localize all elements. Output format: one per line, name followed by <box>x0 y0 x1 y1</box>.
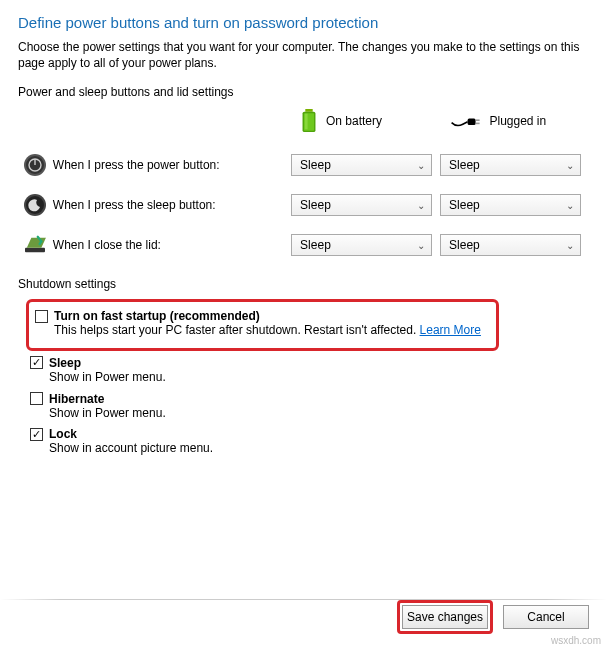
power-button-plugged-dropdown[interactable]: Sleep⌄ <box>440 154 581 176</box>
svg-rect-0 <box>305 109 312 112</box>
row-label: When I close the lid: <box>53 238 291 252</box>
row-label: When I press the power button: <box>53 158 291 172</box>
row-label: When I press the sleep button: <box>53 198 291 212</box>
chevron-down-icon: ⌄ <box>417 160 425 171</box>
footer: Save changes Cancel <box>397 600 589 634</box>
svg-rect-4 <box>467 119 475 125</box>
fast-startup-checkbox[interactable] <box>35 310 48 323</box>
chevron-down-icon: ⌄ <box>566 200 574 211</box>
svg-rect-13 <box>25 248 45 253</box>
close-lid-plugged-dropdown[interactable]: Sleep⌄ <box>440 234 581 256</box>
page-subtitle: Choose the power settings that you want … <box>18 39 589 71</box>
lock-checkbox[interactable]: ✓ <box>30 428 43 441</box>
power-button-icon <box>23 153 47 177</box>
fast-startup-item: Turn on fast startup (recommended) This … <box>35 306 490 342</box>
chevron-down-icon: ⌄ <box>417 240 425 251</box>
sleep-button-icon <box>23 193 47 217</box>
learn-more-link[interactable]: Learn More <box>420 323 481 337</box>
fast-startup-label: Turn on fast startup (recommended) <box>54 309 260 323</box>
power-button-battery-dropdown[interactable]: Sleep⌄ <box>291 154 432 176</box>
fast-startup-desc: This helps start your PC faster after sh… <box>54 323 490 339</box>
highlight-save: Save changes <box>397 600 493 634</box>
hibernate-checkbox[interactable] <box>30 392 43 405</box>
chevron-down-icon: ⌄ <box>417 200 425 211</box>
lock-label: Lock <box>49 427 77 441</box>
save-button[interactable]: Save changes <box>402 605 488 629</box>
cancel-button[interactable]: Cancel <box>503 605 589 629</box>
svg-rect-6 <box>475 123 479 125</box>
section-label: Power and sleep buttons and lid settings <box>18 85 589 99</box>
row-power-button: When I press the power button: Sleep⌄ Sl… <box>18 145 589 185</box>
page-title: Define power buttons and turn on passwor… <box>18 14 589 31</box>
col-plugged-label: Plugged in <box>490 114 547 128</box>
column-headers: On battery Plugged in <box>18 109 589 133</box>
sleep-label: Sleep <box>49 356 81 370</box>
battery-icon <box>300 109 318 133</box>
watermark: wsxdh.com <box>551 635 601 646</box>
lock-desc: Show in account picture menu. <box>49 441 589 457</box>
highlight-fast-startup: Turn on fast startup (recommended) This … <box>26 299 499 351</box>
laptop-lid-icon <box>22 235 48 255</box>
sleep-item: ✓ Sleep Show in Power menu. <box>18 353 589 389</box>
hibernate-label: Hibernate <box>49 392 104 406</box>
row-close-lid: When I close the lid: Sleep⌄ Sleep⌄ <box>18 225 589 265</box>
row-sleep-button: When I press the sleep button: Sleep⌄ Sl… <box>18 185 589 225</box>
sleep-checkbox[interactable]: ✓ <box>30 356 43 369</box>
sleep-button-plugged-dropdown[interactable]: Sleep⌄ <box>440 194 581 216</box>
chevron-down-icon: ⌄ <box>566 160 574 171</box>
hibernate-desc: Show in Power menu. <box>49 406 589 422</box>
hibernate-item: Hibernate Show in Power menu. <box>18 389 589 425</box>
chevron-down-icon: ⌄ <box>566 240 574 251</box>
sleep-button-battery-dropdown[interactable]: Sleep⌄ <box>291 194 432 216</box>
close-lid-battery-dropdown[interactable]: Sleep⌄ <box>291 234 432 256</box>
col-battery-label: On battery <box>326 114 382 128</box>
shutdown-section-label: Shutdown settings <box>18 277 589 291</box>
svg-rect-5 <box>475 120 479 122</box>
svg-rect-3 <box>305 114 308 130</box>
sleep-desc: Show in Power menu. <box>49 370 589 386</box>
plug-icon <box>450 111 482 131</box>
lock-item: ✓ Lock Show in account picture menu. <box>18 424 589 460</box>
